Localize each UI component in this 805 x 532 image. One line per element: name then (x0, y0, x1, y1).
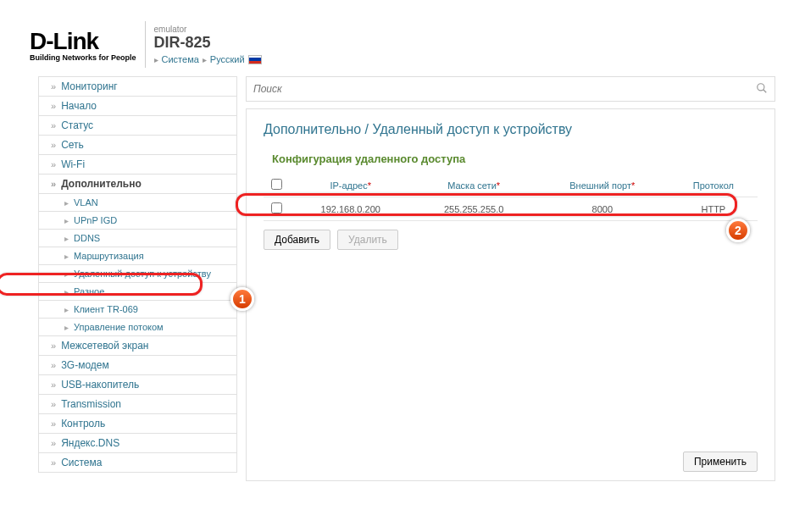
column-mask: Маска сети* (412, 174, 535, 197)
apply-button[interactable]: Применить (683, 452, 758, 472)
nav-item-label: Разное (74, 286, 104, 296)
nav-item-18[interactable]: »Контроль (39, 413, 236, 433)
table-row[interactable]: 192.168.0.200255.255.255.08000HTTP (264, 197, 758, 221)
remote-access-table: IP-адрес* Маска сети* Внешний порт* Прот… (264, 174, 758, 221)
select-all-checkbox[interactable] (271, 179, 282, 190)
nav-item-9[interactable]: ▸Маршрутизация (39, 247, 236, 264)
nav-item-label: Удаленный доступ к устройству (74, 269, 211, 279)
nav-item-5[interactable]: »Дополнительно (39, 174, 236, 193)
column-protocol: Протокол (669, 174, 758, 197)
nav-item-13[interactable]: ▸Управление потоком (39, 318, 236, 335)
chevron-right-icon: ▸ (64, 287, 69, 296)
chevron-right-icon: ▸ (64, 216, 69, 225)
chevron-right-icon: ▸ (64, 305, 69, 314)
nav-item-11[interactable]: ▸Разное (39, 282, 236, 300)
chevron-right-icon: » (51, 101, 56, 111)
nav-item-label: USB-накопитель (61, 379, 139, 391)
nav-item-1[interactable]: »Начало (39, 96, 236, 115)
chevron-right-icon: » (51, 120, 56, 130)
nav-item-label: Межсетевой экран (61, 340, 148, 352)
nav-item-15[interactable]: »3G-модем (39, 355, 236, 374)
breadcrumb-system[interactable]: Система (162, 54, 199, 64)
column-port: Внешний порт* (536, 174, 669, 197)
annotation-badge-1: 1 (230, 287, 254, 311)
config-panel: Дополнительно / Удаленный доступ к устро… (246, 108, 775, 481)
nav-item-7[interactable]: ▸UPnP IGD (39, 211, 236, 229)
header: D-Link Building Networks for People emul… (0, 0, 805, 76)
nav-item-label: Маршрутизация (74, 251, 144, 261)
nav-item-label: Статус (61, 119, 93, 131)
nav-item-label: Дополнительно (61, 178, 142, 190)
cell-mask: 255.255.255.0 (412, 197, 535, 221)
table-actions: Добавить Удалить (264, 230, 758, 250)
nav-item-label: Клиент TR-069 (74, 304, 138, 314)
brand-tagline: Building Networks for People (30, 53, 136, 62)
nav-item-17[interactable]: »Transmission (39, 394, 236, 413)
chevron-right-icon: ▸ (64, 323, 69, 332)
sidebar: »Мониторинг»Начало»Статус»Сеть»Wi-Fi»Доп… (38, 76, 237, 481)
svg-point-0 (758, 83, 764, 90)
brand-logo: D-Link Building Networks for People (30, 28, 136, 62)
nav-item-14[interactable]: »Межсетевой экран (39, 335, 236, 355)
chevron-right-icon: » (51, 360, 56, 370)
model-block: emulator DIR-825 ▸ Система ▸ Русский (154, 25, 262, 64)
nav-item-6[interactable]: ▸VLAN (39, 193, 236, 211)
chevron-right-icon: » (51, 179, 56, 189)
header-breadcrumb: ▸ Система ▸ Русский (154, 54, 262, 64)
nav-item-label: Управление потоком (74, 322, 164, 332)
nav-item-label: Начало (61, 100, 97, 112)
chevron-right-icon: » (51, 399, 56, 409)
chevron-right-icon: » (51, 457, 56, 468)
chevron-right-icon: » (51, 81, 56, 91)
main-area: Дополнительно / Удаленный доступ к устро… (246, 76, 775, 481)
chevron-right-icon: ▸ (64, 269, 69, 279)
add-button[interactable]: Добавить (264, 230, 330, 250)
nav-item-10[interactable]: ▸Удаленный доступ к устройству (39, 264, 236, 282)
nav-item-20[interactable]: »Система (39, 452, 236, 473)
delete-button[interactable]: Удалить (337, 230, 398, 250)
chevron-right-icon: » (51, 341, 56, 351)
nav-item-3[interactable]: »Сеть (39, 135, 236, 154)
brand-name: D-Link (30, 28, 98, 55)
cell-protocol: HTTP (669, 197, 758, 221)
chevron-right-icon: » (51, 140, 56, 150)
nav-item-label: Мониторинг (61, 80, 118, 92)
search-bar (246, 76, 775, 102)
nav-item-16[interactable]: »USB-накопитель (39, 374, 236, 394)
cell-ip: 192.168.0.200 (289, 197, 412, 221)
nav-item-label: Сеть (61, 139, 84, 151)
row-checkbox[interactable] (271, 202, 282, 213)
nav-item-label: Transmission (61, 398, 121, 410)
chevron-right-icon: » (51, 159, 56, 169)
column-ip: IP-адрес* (289, 174, 412, 197)
chevron-right-icon: » (51, 380, 56, 390)
chevron-right-icon: » (51, 418, 56, 429)
page-title: Дополнительно / Удаленный доступ к устро… (264, 122, 758, 137)
nav-item-label: VLAN (74, 197, 98, 208)
search-icon[interactable] (756, 82, 768, 97)
section-title: Конфигурация удаленного доступа (264, 152, 758, 165)
nav-item-0[interactable]: »Мониторинг (39, 76, 236, 96)
search-input[interactable] (253, 83, 756, 95)
header-divider (145, 21, 146, 68)
chevron-right-icon: » (51, 438, 56, 448)
cell-port: 8000 (536, 197, 669, 221)
nav-item-12[interactable]: ▸Клиент TR-069 (39, 300, 236, 318)
chevron-right-icon: ▸ (64, 198, 69, 208)
flag-ru-icon (248, 55, 262, 64)
nav-item-label: Контроль (61, 418, 105, 429)
nav-item-19[interactable]: »Яндекс.DNS (39, 433, 236, 452)
chevron-right-icon: ▸ (64, 252, 69, 261)
nav-item-4[interactable]: »Wi-Fi (39, 154, 236, 174)
nav-item-label: DDNS (74, 233, 100, 243)
nav-item-label: Wi-Fi (61, 158, 85, 170)
emulator-label: emulator (154, 25, 262, 34)
chevron-right-icon: ▸ (64, 234, 69, 243)
chevron-right-icon: ▸ (203, 55, 207, 64)
nav-item-2[interactable]: »Статус (39, 115, 236, 135)
annotation-badge-2: 2 (726, 219, 750, 242)
nav-item-8[interactable]: ▸DDNS (39, 229, 236, 247)
nav-item-label: Яндекс.DNS (61, 437, 119, 449)
model-name: DIR-825 (154, 34, 262, 52)
breadcrumb-language[interactable]: Русский (210, 54, 245, 64)
